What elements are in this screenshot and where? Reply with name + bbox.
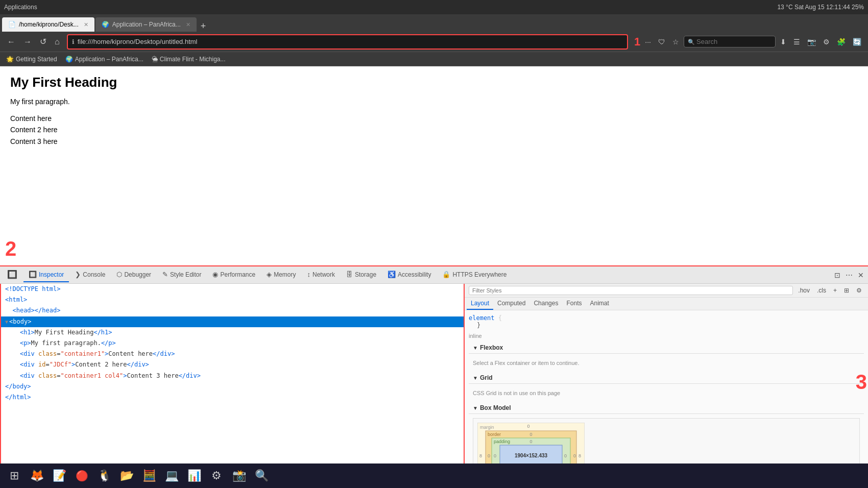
settings-button[interactable]: ⚙	[821, 36, 832, 48]
tab1-close[interactable]: ✕	[84, 21, 88, 28]
devtools-tab-style-editor[interactable]: ✎ Style Editor	[157, 267, 206, 282]
box-model-title: Box Model	[480, 404, 511, 411]
taskbar-text-editor[interactable]: 📝	[49, 466, 69, 486]
svg-text:0: 0	[527, 424, 529, 429]
subtab-computed[interactable]: Computed	[493, 298, 529, 310]
shield-button[interactable]: 🛡	[656, 36, 668, 48]
svg-text:8: 8	[479, 453, 482, 458]
taskbar-calc[interactable]: 🧮	[139, 466, 159, 486]
devtools-responsive-btn[interactable]: ⊡	[832, 269, 842, 281]
grid-section: ▼ Grid CSS Grid is not in use on this pa…	[469, 372, 864, 402]
subtab-animat[interactable]: Animat	[586, 298, 613, 310]
home-button[interactable]: ⌂	[52, 35, 63, 48]
hov-btn[interactable]: .hov	[796, 286, 812, 295]
memory-label: Memory	[274, 271, 296, 278]
bookmark-getting-started[interactable]: 🌟 Getting Started	[4, 55, 59, 64]
download-button[interactable]: ⬇	[778, 36, 789, 48]
bookmarks-button[interactable]: ☰	[791, 36, 803, 48]
svg-text:0: 0	[488, 453, 490, 458]
search-input[interactable]	[684, 36, 776, 47]
devtools-tab-storage[interactable]: 🗄 Storage	[341, 267, 381, 282]
devtools-settings-btn[interactable]: ⋯	[843, 269, 855, 281]
devtools-tab-accessibility[interactable]: ♿ Accessibility	[382, 267, 436, 282]
devtools-tab-https-everywhere[interactable]: 🔒 HTTPS Everywhere	[437, 267, 512, 282]
grid-note: CSS Grid is not in use on this page	[473, 388, 860, 398]
taskbar-search[interactable]: 🔍	[251, 466, 272, 486]
search-input-wrap	[684, 36, 776, 47]
settings-mini-btn[interactable]: ⚙	[854, 286, 864, 295]
devtools-right-controls: ⊡ ⋯ ✕	[832, 269, 866, 281]
devtools-tab-performance[interactable]: ◉ Performance	[207, 267, 260, 282]
html-line-close-body: </body>	[1, 381, 464, 392]
devtools-tab-memory[interactable]: ◈ Memory	[261, 267, 301, 282]
bookmark-climate[interactable]: 🌦 Climate Flint - Michiga...	[150, 55, 228, 64]
taskbar-terminal[interactable]: 💻	[161, 466, 182, 486]
page-paragraph: My first paragraph.	[10, 97, 858, 106]
star-button[interactable]: ☆	[670, 36, 682, 48]
grid-section-header[interactable]: ▼ Grid	[469, 372, 864, 384]
taskbar-files[interactable]: 📂	[116, 466, 137, 486]
taskbar-tools[interactable]: ⚙	[206, 466, 227, 486]
bookmark-panafrica[interactable]: 🌍 Application – PanAfrica...	[63, 55, 146, 64]
addon-button[interactable]: 🧩	[834, 36, 848, 48]
debugger-icon: ⬡	[116, 271, 122, 278]
content-line-1: Content here	[10, 113, 858, 124]
https-icon: 🔒	[442, 271, 450, 278]
flexbox-title: Flexbox	[480, 344, 503, 351]
tab-2[interactable]: 🌍 Application – PanAfrica... ✕	[95, 17, 197, 32]
address-bar-container: ℹ	[67, 34, 628, 50]
tab2-close[interactable]: ✕	[186, 21, 190, 28]
svg-text:8: 8	[578, 453, 581, 458]
debugger-label: Debugger	[124, 271, 151, 278]
subtab-fonts[interactable]: Fonts	[562, 298, 586, 310]
taskbar-firefox[interactable]: 🦊	[27, 466, 47, 486]
title-bar-status: 13 °C Sat Aug 15 12:11:44 25%	[777, 4, 864, 11]
new-tab-button[interactable]: +	[198, 21, 209, 32]
tab2-label: Application – PanAfrica...	[112, 21, 181, 28]
taskbar-app3[interactable]: 🔴	[71, 466, 92, 486]
svg-text:0: 0	[564, 453, 567, 458]
reload-button[interactable]: ↺	[37, 35, 50, 48]
grid-title: Grid	[480, 374, 493, 381]
devtools-tab-inspector[interactable]: 🔲 Inspector	[23, 267, 69, 282]
taskbar-linux[interactable]: 🐧	[94, 466, 114, 486]
grid-toggle-btn[interactable]: ⊞	[842, 286, 851, 295]
subtab-layout[interactable]: Layout	[467, 298, 493, 310]
annotation-1: 1	[634, 35, 640, 48]
taskbar-screenshot[interactable]: 📸	[229, 466, 249, 486]
html-panel[interactable]: <!DOCTYPE html> <html> <head></head> ▼<b…	[0, 284, 465, 479]
taskbar-apps-grid[interactable]: ⊞	[4, 466, 25, 486]
cls-btn[interactable]: .cls	[815, 286, 828, 295]
devtools-close-btn[interactable]: ✕	[856, 269, 866, 281]
sync-button[interactable]: 🔄	[850, 36, 864, 48]
filter-styles-input[interactable]	[469, 286, 793, 295]
html-line-div1: <div class="container1">Content here</di…	[1, 349, 464, 359]
console-label: Console	[83, 271, 105, 278]
flexbox-section-header[interactable]: ▼ Flexbox	[469, 342, 864, 354]
box-model-arrow: ▼	[473, 405, 478, 411]
add-rule-btn[interactable]: +	[831, 286, 839, 295]
back-button[interactable]: ←	[4, 35, 18, 48]
screenshot-button[interactable]: 📷	[805, 36, 818, 48]
more-button[interactable]: ···	[642, 36, 654, 48]
html-line-div2: <div id="JDCf">Content 2 here</div>	[1, 359, 464, 370]
network-label: Network	[312, 271, 335, 278]
devtools-tab-debugger[interactable]: ⬡ Debugger	[111, 267, 156, 282]
devtools-picker-btn[interactable]: 🔲	[2, 266, 22, 283]
taskbar-spreadsheet[interactable]: 📊	[184, 466, 204, 486]
subtab-changes[interactable]: Changes	[529, 298, 562, 310]
tab-1[interactable]: 📄 /home/kiprono/Desk... ✕	[2, 17, 94, 32]
nav-right-buttons: ··· 🛡 ☆ ⬇ ☰ 📷 ⚙ 🧩 🔄	[642, 36, 864, 48]
html-line-body[interactable]: ▼<body>	[1, 316, 464, 327]
title-bar: Applications 13 °C Sat Aug 15 12:11:44 2…	[0, 0, 868, 14]
svg-text:1904×152.433: 1904×152.433	[515, 453, 548, 458]
nav-bar: ← → ↺ ⌂ ℹ 1 ··· 🛡 ☆ ⬇ ☰ 📷 ⚙ 🧩 🔄	[0, 32, 868, 52]
box-model-header[interactable]: ▼ Box Model	[469, 402, 864, 414]
address-input[interactable]	[78, 38, 623, 45]
style-editor-label: Style Editor	[170, 271, 201, 278]
forward-button[interactable]: →	[20, 35, 35, 48]
devtools-tab-network[interactable]: ↕ Network	[302, 267, 341, 282]
html-line-h1: <h1>My First Heading</h1>	[1, 327, 464, 338]
devtools-tab-console[interactable]: ❯ Console	[70, 267, 110, 282]
accessibility-label: Accessibility	[398, 271, 431, 278]
